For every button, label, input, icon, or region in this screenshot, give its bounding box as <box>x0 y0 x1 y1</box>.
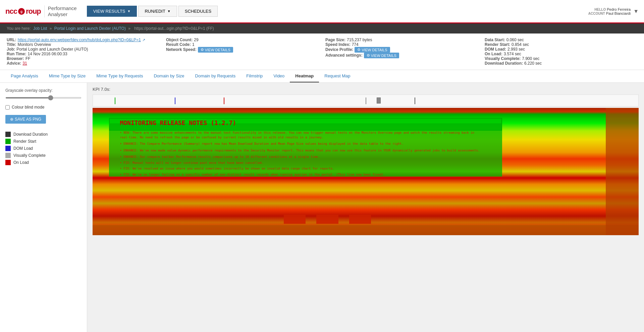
data-start-row: Data Start: 0.060 sec <box>485 38 637 42</box>
heatmap-element-2 <box>316 215 338 224</box>
device-profile-btn-label: VIEW DETAILS <box>362 48 387 52</box>
legend-color-on-load <box>5 160 11 165</box>
download-duration-label: Download Duration: <box>485 61 523 66</box>
dom-load-row: DOM Load: 2.993 sec <box>485 47 637 52</box>
legend-item-on-load: On Load <box>5 160 82 165</box>
advanced-settings-details-button[interactable]: ⚙ VIEW DETAILS <box>364 53 399 58</box>
network-speed-row: Network Speed: ⚙ VIEW DETAILS <box>166 47 319 53</box>
header-right: HELLO Pedro Ferreira ACCOUNT Paul Bianci… <box>588 7 639 15</box>
info-panel: URL: https://portal-auto.env.webperfdev.… <box>0 34 644 70</box>
legend-color-download-duration <box>5 132 11 137</box>
device-profile-label: Device Profile: <box>325 47 353 52</box>
timeline-marker-dom-load <box>175 97 175 104</box>
heatmap-area: KPI 7.0s: MONITORING RELEASE NOTES (1.2.… <box>87 83 644 332</box>
advice-value[interactable]: 31 <box>22 61 27 66</box>
nav-buttons: VIEW RESULTS ▼ RUN/EDIT ▼ SCHEDULES <box>87 6 218 17</box>
legend-item-visually-complete: Visually Complete <box>5 153 82 158</box>
title-row: Title: Monitors Overview <box>7 42 159 47</box>
url-value[interactable]: https://portal-auto.env.webperfdev.com/h… <box>18 38 141 42</box>
legend-item-render-start: Render Start <box>5 139 82 144</box>
schedules-button[interactable]: SCHEDULES <box>178 6 218 17</box>
run-time-label: Run Time: <box>7 52 26 56</box>
tab-mime-type-by-requests[interactable]: Mime Type by Requests <box>91 70 148 82</box>
legend-label-dom-load: DOM Load <box>13 146 33 151</box>
data-start-label: Data Start: <box>485 38 505 42</box>
render-start-label: Render Start: <box>485 42 510 47</box>
breadcrumb-job-list[interactable]: Job List <box>33 26 47 31</box>
speed-index-value: 774 <box>352 42 359 47</box>
result-code-value: 1 <box>192 42 195 47</box>
colour-blind-container: Colour blind mode <box>5 105 82 110</box>
timeline-bar <box>93 95 638 106</box>
opacity-slider-container: Grayscale overlay opacity: <box>5 88 82 99</box>
view-results-button[interactable]: VIEW RESULTS ▼ <box>87 6 137 17</box>
advanced-settings-btn-label: VIEW DETAILS <box>371 54 396 58</box>
heatmap-right-sidebar <box>606 108 639 235</box>
tabs: Page Analysis Mime Type by Size Mime Typ… <box>0 70 644 83</box>
legend-label-on-load: On Load <box>13 160 29 165</box>
advice-row: Advice: 31 <box>7 61 159 66</box>
colour-blind-checkbox[interactable] <box>5 105 10 110</box>
download-duration-row: Download Duration: 6.220 sec <box>485 61 637 66</box>
app-title-line1: Performance <box>48 5 77 11</box>
breadcrumb-sep2: » <box>128 26 130 31</box>
legend-color-dom-load <box>5 146 11 151</box>
info-grid: URL: https://portal-auto.env.webperfdev.… <box>7 38 637 66</box>
timeline-thumb[interactable] <box>377 97 381 104</box>
tab-heatmap[interactable]: Heatmap <box>290 70 319 82</box>
breadcrumb-sep1: » <box>50 26 52 31</box>
tab-mime-type-by-size[interactable]: Mime Type by Size <box>44 70 91 82</box>
info-col3: Page Size: 715,237 bytes Speed Index: 77… <box>325 38 478 66</box>
user-dropdown-arrow[interactable]: ▼ <box>633 8 639 14</box>
advanced-settings-label: Advanced settings: <box>325 53 363 58</box>
job-row: Job: Portal Login and Launch Dexter (AUT… <box>7 47 159 52</box>
heatmap-line1: NEW: There are some massive enhancements… <box>120 131 474 139</box>
hello-label: HELLO <box>594 8 606 11</box>
tab-filmstrip[interactable]: Filmstrip <box>241 70 268 82</box>
legend-label-download-duration: Download Duration <box>13 132 48 137</box>
heatmap-line4: ENHANCE: Our compare toolbar Performance… <box>123 155 320 158</box>
tab-request-map[interactable]: Request Map <box>319 70 356 82</box>
breadcrumb-current: https://portal-aut...ogin.php?ID=0&LP=1 … <box>134 26 214 31</box>
render-start-value: 0.854 sec <box>512 42 529 47</box>
heatmap-element-3 <box>349 215 371 224</box>
ncc-logo: ncc g roup <box>5 7 41 16</box>
network-speed-label: Network Speed: <box>166 47 197 52</box>
info-col4: Data Start: 0.060 sec Render Start: 0.85… <box>485 38 637 66</box>
title-value: Monitors Overview <box>17 42 51 47</box>
app-title: Performance Analyser <box>44 5 77 17</box>
advice-label: Advice: <box>7 61 21 66</box>
device-profile-details-button[interactable]: ⚙ VIEW DETAILS <box>355 47 390 53</box>
tab-page-analysis[interactable]: Page Analysis <box>5 70 44 82</box>
view-results-label: VIEW RESULTS <box>93 9 125 14</box>
view-results-chevron: ▼ <box>127 9 131 13</box>
save-png-button[interactable]: ⊕ SAVE AS PNG <box>5 115 46 124</box>
timeline-marker-on-load <box>224 97 224 104</box>
browser-label: Browser: <box>7 56 24 61</box>
tab-video[interactable]: Video <box>268 70 290 82</box>
logo-area: ncc g roup Performance Analyser <box>5 5 77 17</box>
result-code-row: Result Code: 1 <box>166 42 319 47</box>
tab-domain-by-requests[interactable]: Domain by Requests <box>190 70 241 82</box>
title-label: Title: <box>7 42 16 47</box>
timeline-container[interactable] <box>93 94 639 107</box>
url-label: URL: <box>7 38 16 42</box>
heatmap-line3: ENHANCE: We've now made value dynamic pe… <box>123 149 480 152</box>
legend: Download Duration Render Start DOM Load … <box>5 132 82 165</box>
on-load-label: On Load: <box>485 52 502 56</box>
run-edit-button[interactable]: RUN/EDIT ▼ <box>138 6 177 17</box>
network-speed-details-button[interactable]: ⚙ VIEW DETAILS <box>198 47 233 53</box>
on-load-row: On Load: 3.574 sec <box>485 52 637 56</box>
kpi-label: KPI 7.0s: <box>93 87 639 92</box>
breadcrumb-portal-login[interactable]: Portal Login and Launch Dexter (AUTO) <box>54 26 126 31</box>
run-edit-label: RUN/EDIT <box>145 9 165 14</box>
logo-text2: roup <box>26 7 41 16</box>
tab-domain-by-size[interactable]: Domain by Size <box>148 70 190 82</box>
save-png-icon: ⊕ <box>10 117 13 122</box>
opacity-slider[interactable] <box>5 97 82 98</box>
advanced-settings-row: Advanced settings: ⚙ VIEW DETAILS <box>325 53 478 58</box>
download-duration-value: 6.220 sec <box>524 61 542 66</box>
header: ncc g roup Performance Analyser VIEW RES… <box>0 0 644 23</box>
object-count-row: Object Count: 29 <box>166 38 319 42</box>
heatmap-bottom-bar <box>93 225 639 235</box>
